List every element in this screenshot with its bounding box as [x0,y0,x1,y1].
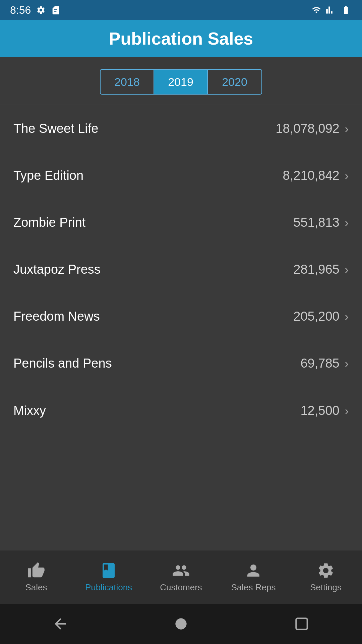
year-2019-button[interactable]: 2019 [154,70,208,94]
list-item-right: 12,500 › [300,404,349,418]
list-item-right: 205,200 › [293,309,349,324]
list-item[interactable]: Zombie Print 551,813 › [0,199,362,246]
svg-point-0 [175,618,186,629]
publication-value: 205,200 [293,309,339,324]
svg-rect-1 [296,618,307,629]
publication-name: Juxtapoz Press [13,262,101,277]
publications-list: The Sweet Life 18,078,092 › Type Edition… [0,105,362,434]
home-button[interactable] [171,614,191,634]
sales-reps-icon [244,561,262,580]
system-nav [0,604,362,644]
customers-icon [172,561,190,580]
chevron-right-icon: › [345,263,349,276]
list-item-right: 281,965 › [293,262,349,277]
publication-value: 18,078,092 [276,121,339,136]
list-item[interactable]: Mixxy 12,500 › [0,387,362,434]
page-title: Publication Sales [109,29,253,49]
thumbs-up-icon [27,561,45,580]
sidebar-item-settings[interactable]: Settings [290,561,362,593]
publication-value: 8,210,842 [283,168,340,183]
chevron-right-icon: › [345,169,349,182]
bottom-nav: Sales Publications Customers Sales Reps … [0,550,362,604]
chevron-right-icon: › [345,357,349,370]
sidebar-item-customers[interactable]: Customers [145,561,217,593]
empty-space [0,434,362,488]
wifi-icon [312,5,321,15]
battery-icon [340,5,352,15]
back-button[interactable] [50,614,70,634]
publication-name: Mixxy [13,404,46,418]
gear-icon [36,5,46,15]
nav-label-settings: Settings [310,582,342,593]
nav-label-sales: Sales [25,582,47,593]
list-item-right: 18,078,092 › [276,121,349,136]
nav-label-sales-reps: Sales Reps [231,582,276,593]
status-bar: 8:56 [0,0,362,20]
publication-name: Zombie Print [13,215,85,230]
list-item[interactable]: The Sweet Life 18,078,092 › [0,105,362,152]
sidebar-item-publications[interactable]: Publications [72,561,145,593]
publication-name: Pencils and Pens [13,356,112,371]
publications-icon [100,561,118,580]
year-selector: 2018 2019 2020 [0,57,362,105]
sim-icon [51,5,60,15]
list-item[interactable]: Type Edition 8,210,842 › [0,152,362,199]
sidebar-item-sales-reps[interactable]: Sales Reps [217,561,290,593]
list-item[interactable]: Juxtapoz Press 281,965 › [0,246,362,293]
publication-name: Type Edition [13,168,83,183]
list-item-right: 69,785 › [300,356,349,371]
nav-label-customers: Customers [160,582,202,593]
recents-button[interactable] [292,614,312,634]
list-item-right: 8,210,842 › [283,168,349,183]
publication-value: 551,813 [293,215,339,230]
publication-value: 69,785 [300,356,339,371]
chevron-right-icon: › [345,310,349,323]
chevron-right-icon: › [345,122,349,135]
app-header: Publication Sales [0,20,362,57]
year-group: 2018 2019 2020 [100,69,262,95]
publication-name: The Sweet Life [13,121,98,136]
signal-icon [326,5,335,15]
publication-value: 281,965 [293,262,339,277]
list-item-right: 551,813 › [293,215,349,230]
publication-name: Freedom News [13,309,100,324]
settings-icon [317,561,335,580]
list-item[interactable]: Freedom News 205,200 › [0,293,362,340]
list-item[interactable]: Pencils and Pens 69,785 › [0,340,362,387]
status-left: 8:56 [10,4,60,16]
chevron-right-icon: › [345,216,349,229]
chevron-right-icon: › [345,404,349,417]
year-2020-button[interactable]: 2020 [208,70,261,94]
status-time: 8:56 [10,4,31,16]
nav-label-publications: Publications [85,582,132,593]
publication-value: 12,500 [300,404,339,418]
sidebar-item-sales[interactable]: Sales [0,561,72,593]
status-right [312,5,352,15]
year-2018-button[interactable]: 2018 [101,70,154,94]
